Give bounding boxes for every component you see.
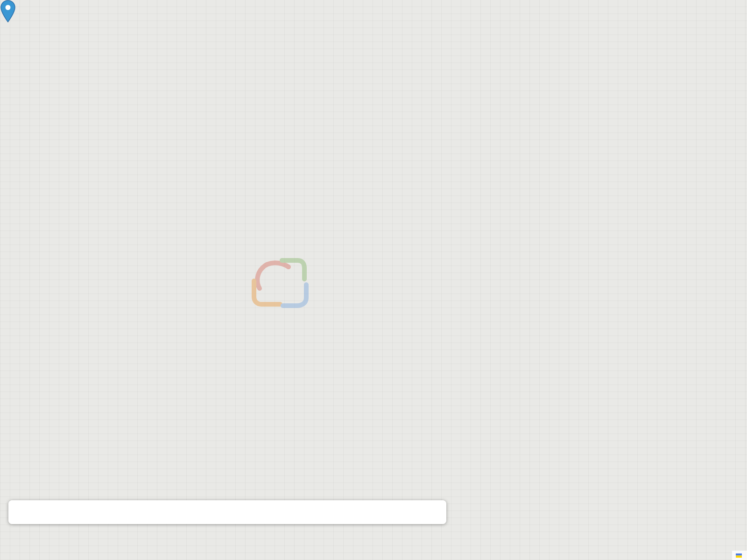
map-canvas[interactable] [0, 0, 747, 560]
leaflet-attribution [732, 551, 747, 560]
ukraine-flag-icon [736, 553, 742, 558]
watermark-logo [0, 0, 747, 560]
flood-zones-legend [8, 500, 446, 524]
map-viewport [0, 0, 747, 560]
location-marker-pin[interactable] [0, 0, 16, 25]
